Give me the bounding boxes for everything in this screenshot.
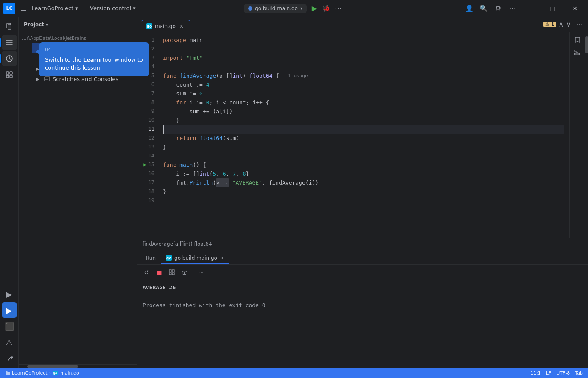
editor-scroll-up[interactable]: ∧ xyxy=(559,20,564,28)
status-bar: LearnGoProject › go main.go 11:1 LF UTF-… xyxy=(0,368,588,378)
code-line-14 xyxy=(163,151,564,160)
menu-button[interactable]: ☰ xyxy=(19,3,28,14)
lesson-tooltip: 04 Switch to the Learn tool window to co… xyxy=(39,42,149,76)
tab-run[interactable]: Run xyxy=(141,252,161,264)
run-config-selector[interactable]: go build main.go ▾ xyxy=(244,4,307,13)
line-num-15: ▶ 15 xyxy=(137,160,154,169)
code-line-3: import "fmt" xyxy=(163,53,564,62)
editor-warning-area: ⚠ 1 ∧ ∨ xyxy=(540,20,574,28)
tab-main-go[interactable]: go main.go ✕ xyxy=(141,20,190,32)
stop-button[interactable]: ■ xyxy=(154,267,165,278)
restore-layout-button[interactable] xyxy=(166,267,177,278)
status-cursor[interactable]: 11:1 xyxy=(530,370,541,376)
scratches-icon xyxy=(43,75,51,83)
activity-plugins[interactable] xyxy=(2,67,17,82)
profile-button[interactable]: 👤 xyxy=(463,3,475,14)
sidebar-title[interactable]: Project ▾ xyxy=(24,22,48,28)
status-cursor-text: 11:1 xyxy=(530,370,541,376)
bottom-tab-close-icon[interactable]: ✕ xyxy=(220,255,224,261)
line-num-8: 8 xyxy=(137,98,154,107)
rerun-button[interactable]: ↺ xyxy=(141,267,152,278)
search-button[interactable]: 🔍 xyxy=(478,3,490,14)
code-editor[interactable]: package main import "fmt" func findAvera… xyxy=(158,32,569,238)
svg-rect-6 xyxy=(10,75,12,78)
svg-rect-16 xyxy=(172,270,174,272)
code-line-4 xyxy=(163,62,564,71)
activity-project[interactable] xyxy=(2,35,17,50)
clear-output-button[interactable]: 🗑 xyxy=(179,267,190,278)
activity-recent-files[interactable] xyxy=(2,19,17,34)
title-bar: LC ☰ LearnGoProject ▾ | Version control … xyxy=(0,0,588,17)
status-indent[interactable]: Tab xyxy=(575,370,583,376)
title-bar-right: 👤 🔍 ⚙ ⋯ — □ ✕ xyxy=(391,3,585,14)
tabs-more-button[interactable]: ⋯ xyxy=(574,20,585,28)
output-line-2 xyxy=(143,292,583,301)
more-run-options[interactable]: ⋯ xyxy=(332,3,344,14)
code-line-17: fmt.Println(a... "AVERAGE", findAverage(… xyxy=(163,178,564,187)
more-title-button[interactable]: ⋯ xyxy=(507,3,518,14)
code-line-9: sum += (a[i]) xyxy=(163,107,564,116)
sidebar-header: Project ▾ xyxy=(19,17,137,32)
version-control-button[interactable]: Version control ▾ xyxy=(90,5,136,11)
status-line-ending-text: LF xyxy=(546,370,551,376)
project-name[interactable]: LearnGoProject ▾ xyxy=(31,5,78,11)
line-num-10: 10 xyxy=(137,116,154,125)
code-line-11 xyxy=(163,125,564,134)
editor-scroll-thumb[interactable] xyxy=(585,36,588,53)
activity-terminal[interactable]: ⬛ xyxy=(2,319,17,334)
line-num-12: 12 xyxy=(137,134,154,143)
editor-scroll-down[interactable]: ∨ xyxy=(566,20,571,28)
toolbar-separator xyxy=(193,268,193,277)
tab-close-button[interactable]: ✕ xyxy=(178,23,185,30)
close-button[interactable]: ✕ xyxy=(565,3,585,14)
go-build-tab-label: go build main.go xyxy=(174,255,217,261)
run-config-chevron-icon: ▾ xyxy=(300,6,302,11)
path-breadcrumb: ...r\AppData\Local\JetBrains xyxy=(19,33,137,43)
editor-scrollbar[interactable] xyxy=(585,32,588,238)
editor-breadcrumb: findAverage(a []int) float64 xyxy=(137,238,588,249)
run-gutter-icon[interactable]: ▶ xyxy=(143,160,146,169)
svg-rect-18 xyxy=(172,273,174,275)
scratches-expand-icon: ▶ xyxy=(34,75,42,83)
editor-status-text: findAverage(a []int) float64 xyxy=(143,241,212,247)
debug-button[interactable]: 🐞 xyxy=(320,3,332,14)
bottom-tab-go-icon: go xyxy=(166,255,172,261)
run-button[interactable]: ▶ xyxy=(308,3,320,14)
line-num-7: 7 xyxy=(137,89,154,98)
activity-run-console[interactable]: ▶ xyxy=(2,286,17,302)
settings-button[interactable]: ⚙ xyxy=(492,3,504,14)
right-panel-structure-icon[interactable] xyxy=(571,47,583,59)
code-line-19 xyxy=(163,196,564,205)
status-line-ending[interactable]: LF xyxy=(546,370,551,376)
bottom-toolbar: ↺ ■ 🗑 ⋯ xyxy=(137,265,588,280)
activity-problems[interactable]: ⚠ xyxy=(2,335,17,350)
editor-main: 1 2 3 4 5 6 7 8 9 10 11 12 13 14 ▶ xyxy=(137,32,588,238)
activity-git[interactable]: ⎇ xyxy=(2,351,17,366)
code-line-5: func findAverage(a []int) float64 { 1 us… xyxy=(163,71,564,80)
sidebar: Project ▾ 04 Switch to the Learn tool wi… xyxy=(19,17,137,368)
editor-tabs: go main.go ✕ ⚠ 1 ∧ ∨ ⋯ xyxy=(137,17,588,32)
title-bar-left: LC ☰ LearnGoProject ▾ | Version control … xyxy=(3,3,197,14)
sidebar-chevron-icon: ▾ xyxy=(46,22,48,27)
minimize-button[interactable]: — xyxy=(521,3,540,14)
activity-run-bottom[interactable]: ▶ xyxy=(2,302,17,318)
right-panel-bookmarks-icon[interactable] xyxy=(571,34,583,46)
version-chevron-icon: ▾ xyxy=(133,5,136,11)
activity-learn[interactable] xyxy=(2,51,17,66)
project-name-text: LearnGoProject xyxy=(31,5,73,11)
line-num-19: 19 xyxy=(137,196,154,205)
maximize-button[interactable]: □ xyxy=(543,3,563,14)
line-num-9: 9 xyxy=(137,107,154,116)
status-project-path[interactable]: LearnGoProject › go main.go xyxy=(5,370,79,376)
status-encoding[interactable]: UTF-8 xyxy=(556,370,570,376)
warning-count-badge: ⚠ 1 xyxy=(543,22,556,27)
path-text: ...r\AppData\Local\JetBrains xyxy=(22,36,86,41)
run-config-name: go build main.go xyxy=(255,6,298,11)
right-panel xyxy=(569,32,585,238)
run-output: AVERAGE 26 Process finished with the exi… xyxy=(137,280,588,368)
sidebar-scroll-thumb[interactable] xyxy=(27,365,78,368)
more-actions-button[interactable]: ⋯ xyxy=(196,267,207,278)
code-line-8: for i := 0; i < count; i++ { xyxy=(163,98,564,107)
tab-go-build[interactable]: go go build main.go ✕ xyxy=(161,252,229,264)
sidebar-scrollbar[interactable] xyxy=(19,364,137,368)
